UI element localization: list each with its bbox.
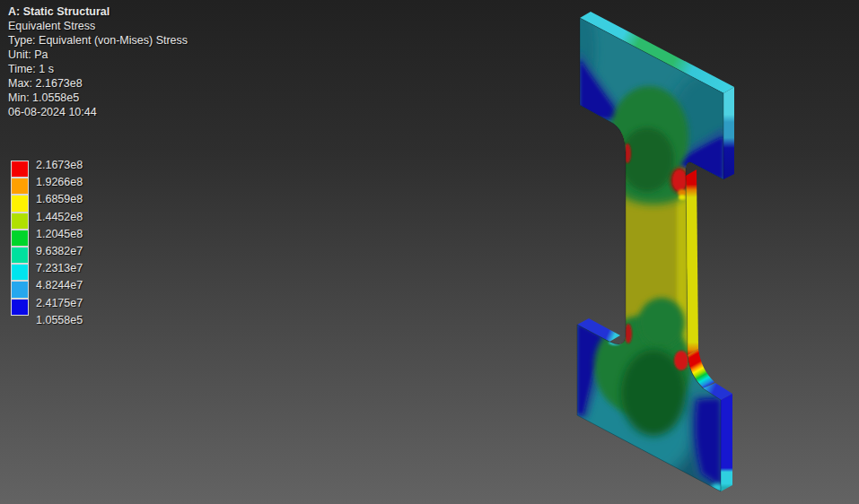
annotation-line: Type: Equivalent (von-Mises) Stress [8, 33, 188, 48]
legend-value: 7.2313e7 [36, 261, 83, 275]
legend-color-swatch [11, 178, 29, 195]
legend-value: 9.6382e7 [36, 244, 83, 258]
legend-color-swatch [11, 247, 29, 264]
annotation-line: Min: 1.0558e5 [8, 91, 188, 105]
legend-color-swatch [11, 230, 29, 247]
legend-value: 4.8244e7 [36, 278, 83, 292]
legend-value: 1.2045e8 [36, 227, 83, 241]
result-title: A: Static Structural [8, 4, 188, 19]
result-annotation: A: Static Structural Equivalent StressTy… [8, 4, 188, 119]
legend-color-swatch [11, 195, 29, 212]
stress-legend: 2.1673e81.9266e81.6859e81.4452e81.2045e8… [11, 161, 118, 340]
annotation-line: Time: 1 s [8, 62, 188, 76]
specimen-front-face [561, 9, 763, 504]
annotation-line: Unit: Pa [8, 48, 188, 62]
annotation-line: 06-08-2024 10:44 [8, 105, 188, 119]
legend-value: 1.4452e8 [36, 210, 83, 224]
annotation-line: Equivalent Stress [8, 19, 188, 33]
legend-color-swatch [11, 161, 29, 178]
legend-value: 1.0558e5 [36, 313, 83, 327]
annotation-line: Max: 2.1673e8 [8, 76, 188, 91]
legend-value: 2.4175e7 [36, 296, 83, 310]
legend-color-swatch [11, 213, 29, 230]
legend-value: 1.6859e8 [36, 192, 83, 206]
specimen-right-face-top-tab [723, 87, 734, 179]
legend-value: 2.1673e8 [36, 158, 83, 172]
legend-value: 1.9266e8 [36, 175, 83, 189]
legend-color-swatch [11, 299, 29, 316]
specimen-right-face-bottom-tab [721, 394, 732, 491]
legend-color-swatch [11, 264, 29, 281]
graphics-viewport[interactable]: A: Static Structural Equivalent StressTy… [0, 0, 859, 504]
legend-color-swatch [11, 281, 29, 298]
